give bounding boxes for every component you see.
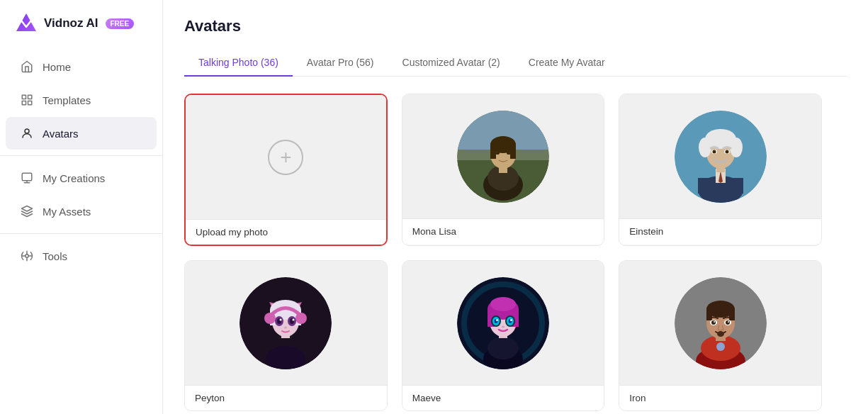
sidebar-item-avatars-label: Avatars	[43, 128, 79, 140]
upload-photo-label: Upload my photo	[186, 219, 386, 245]
mona-lisa-label: Mona Lisa	[402, 218, 604, 244]
avatar-grid: + Upload my photo	[184, 94, 822, 411]
tabs-bar: Talking Photo (36) Avatar Pro (56) Custo…	[184, 50, 847, 77]
nav-divider-2	[0, 233, 162, 234]
mona-lisa-portrait	[457, 111, 549, 203]
home-icon	[20, 60, 34, 74]
tab-create-my-avatar[interactable]: Create My Avatar	[514, 50, 619, 77]
avatar-card-mona-lisa[interactable]: Mona Lisa	[402, 94, 605, 246]
svg-point-20	[507, 152, 511, 155]
svg-rect-18	[510, 145, 516, 159]
svg-point-90	[726, 320, 730, 325]
my-creations-icon	[20, 171, 34, 185]
app-name: Vidnoz AI	[44, 16, 98, 30]
sidebar-item-my-assets[interactable]: My Assets	[6, 195, 157, 228]
svg-point-75	[510, 319, 512, 321]
svg-rect-1	[28, 95, 32, 99]
iron-label: Iron	[619, 385, 821, 410]
svg-point-19	[495, 152, 500, 155]
mona-lisa-image-container	[402, 94, 604, 218]
svg-point-61	[487, 337, 519, 359]
svg-point-4	[25, 129, 29, 133]
svg-point-89	[711, 320, 716, 325]
sidebar-item-tools-label: Tools	[43, 250, 67, 262]
svg-rect-2	[22, 101, 26, 105]
peyton-label: Peyton	[185, 385, 387, 410]
svg-point-55	[293, 318, 295, 320]
avatars-icon	[20, 126, 34, 140]
sidebar-item-my-assets-label: My Assets	[43, 206, 91, 218]
svg-point-54	[280, 318, 282, 320]
svg-point-67	[490, 297, 516, 311]
tab-avatar-pro[interactable]: Avatar Pro (56)	[293, 50, 388, 77]
svg-point-49	[295, 313, 307, 324]
svg-point-56	[284, 326, 287, 328]
maeve-portrait	[457, 277, 549, 369]
svg-rect-3	[28, 101, 32, 105]
avatar-card-einstein[interactable]: Einstein	[619, 94, 822, 246]
svg-point-30	[730, 138, 743, 157]
peyton-portrait	[239, 277, 332, 369]
maeve-label: Maeve	[402, 385, 604, 410]
svg-point-34	[725, 150, 728, 153]
svg-rect-5	[22, 173, 32, 181]
svg-rect-0	[22, 95, 26, 99]
templates-icon	[20, 93, 34, 107]
maeve-image-container	[402, 261, 604, 385]
my-assets-icon	[20, 204, 34, 218]
sidebar-item-avatars[interactable]: Avatars	[6, 117, 157, 150]
einstein-portrait	[675, 111, 767, 203]
svg-point-91	[714, 321, 715, 323]
svg-point-29	[699, 138, 711, 157]
einstein-image-container	[619, 94, 821, 218]
svg-point-76	[502, 325, 505, 328]
nav-divider-1	[0, 155, 162, 156]
free-badge: FREE	[106, 18, 135, 29]
svg-point-48	[264, 313, 276, 324]
sidebar-item-templates[interactable]: Templates	[6, 84, 157, 116]
sidebar-item-templates-label: Templates	[43, 94, 91, 106]
iron-image-container	[619, 261, 821, 385]
avatar-card-iron[interactable]: Iron	[619, 260, 822, 411]
sidebar-item-tools[interactable]: Tools	[6, 240, 157, 272]
main-content: Avatars Talking Photo (36) Avatar Pro (5…	[163, 0, 868, 414]
tools-icon	[20, 249, 34, 263]
sidebar: Vidnoz AI FREE Home Templates	[0, 0, 163, 414]
svg-point-74	[496, 319, 498, 321]
upload-plus-icon: +	[268, 140, 303, 175]
sidebar-item-my-creations-label: My Creations	[43, 172, 105, 184]
vidnoz-logo-icon	[14, 11, 38, 35]
tab-talking-photo[interactable]: Talking Photo (36)	[184, 50, 293, 77]
avatar-card-maeve[interactable]: Maeve	[402, 260, 605, 411]
svg-point-93	[717, 331, 724, 337]
tab-customized-avatar[interactable]: Customized Avatar (2)	[388, 50, 514, 77]
svg-point-81	[716, 342, 725, 351]
sidebar-item-home[interactable]: Home	[6, 50, 157, 83]
sidebar-item-home-label: Home	[43, 61, 71, 73]
sidebar-item-my-creations[interactable]: My Creations	[6, 162, 157, 194]
upload-placeholder-area: +	[186, 95, 386, 219]
avatar-card-peyton[interactable]: Peyton	[184, 260, 388, 411]
peyton-image-container	[185, 261, 387, 385]
svg-point-92	[728, 321, 729, 323]
svg-marker-6	[22, 206, 33, 212]
iron-portrait	[675, 277, 767, 369]
svg-point-33	[712, 150, 716, 153]
sidebar-nav: Home Templates Avatars	[0, 50, 162, 273]
svg-rect-17	[490, 145, 496, 159]
logo-area: Vidnoz AI FREE	[0, 0, 162, 50]
upload-photo-card[interactable]: + Upload my photo	[184, 94, 388, 246]
einstein-label: Einstein	[619, 218, 821, 244]
page-title: Avatars	[184, 17, 847, 35]
